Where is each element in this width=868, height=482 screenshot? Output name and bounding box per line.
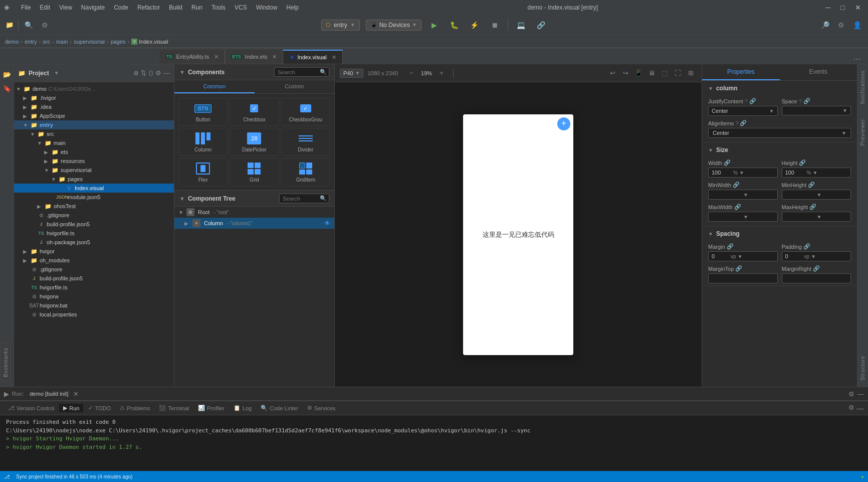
- tree-arrow-supervisorial[interactable]: ▼: [44, 168, 51, 173]
- breadcrumb-main[interactable]: main: [56, 39, 68, 45]
- bottom-close-icon[interactable]: —: [856, 404, 864, 412]
- margin-right-input[interactable]: [785, 275, 815, 281]
- tree-ets[interactable]: ▶ 📁 ets: [14, 147, 174, 156]
- tab-log[interactable]: 📋 Log: [230, 404, 256, 412]
- project-settings-icon[interactable]: ⚙: [155, 69, 161, 77]
- max-width-dropdown-icon[interactable]: ▼: [743, 214, 748, 220]
- min-width-dropdown-icon[interactable]: ▼: [743, 192, 748, 198]
- tab-version-control[interactable]: ⎇ Version Control: [4, 404, 58, 412]
- tab-close-visual[interactable]: ✕: [332, 54, 336, 61]
- props-column-header[interactable]: ▼ column: [702, 81, 857, 96]
- tree-entry[interactable]: ▼ 📁 entry: [14, 120, 174, 129]
- settings-icon[interactable]: ⚙: [834, 18, 848, 32]
- tree-resources[interactable]: ▶ 📁 resources: [14, 156, 174, 166]
- tree-oh-modules[interactable]: ▶ 📁 oh_modules: [14, 256, 174, 265]
- comp-grid[interactable]: Grid: [230, 158, 279, 186]
- padding-input[interactable]: [785, 253, 803, 259]
- tree-hvigor[interactable]: ▶ 📁 .hvigor: [14, 93, 174, 102]
- tab-todo[interactable]: ✓ TODO: [84, 404, 115, 412]
- tree-hvigorfile-root[interactable]: TS hvigorfile.ts: [14, 283, 174, 292]
- props-spacing-header[interactable]: ▼ Spacing: [702, 226, 857, 241]
- tree-node-column-eye-icon[interactable]: 👁: [324, 220, 330, 227]
- breadcrumb-entry[interactable]: entry: [25, 39, 37, 45]
- tree-arrow-ets[interactable]: ▶: [44, 149, 51, 155]
- run-close-panel-icon[interactable]: —: [857, 390, 864, 398]
- device-selector[interactable]: P40 ▼: [340, 69, 363, 78]
- comp-checkbox[interactable]: ✓ Checkbox: [230, 98, 279, 126]
- tree-idea[interactable]: ▶ 📁 .idea: [14, 102, 174, 111]
- project-collapse-icon[interactable]: ⟨⟩: [148, 69, 153, 77]
- multi-device-icon[interactable]: 🖥: [645, 67, 658, 79]
- height-input[interactable]: [785, 170, 805, 176]
- search-everywhere-icon[interactable]: 🔎: [818, 18, 832, 32]
- run-settings-icon[interactable]: ⚙: [848, 390, 854, 398]
- toolbar-search-icon[interactable]: 🔍: [22, 18, 36, 32]
- project-add-icon[interactable]: ⊕: [133, 69, 139, 77]
- project-toggle-icon[interactable]: 📁: [4, 20, 15, 31]
- tab-profiler[interactable]: 📊 Profiler: [194, 404, 229, 412]
- menu-run[interactable]: Run: [187, 3, 206, 12]
- tree-arrow-oh-modules[interactable]: ▶: [23, 258, 30, 263]
- tree-arrow-appscope[interactable]: ▶: [23, 113, 30, 119]
- tree-arrow-idea[interactable]: ▶: [23, 104, 30, 110]
- space-help-icon[interactable]: ?: [799, 98, 802, 104]
- tree-pages[interactable]: ▼ 📁 pages: [14, 175, 174, 184]
- justify-content-dropdown[interactable]: Center ▼: [708, 106, 778, 116]
- more-tabs-icon[interactable]: ⋯: [850, 54, 864, 64]
- tree-appscope[interactable]: ▶ 📁 AppScope: [14, 111, 174, 120]
- width-link-icon[interactable]: 🔗: [724, 159, 731, 166]
- tree-arrow-resources[interactable]: ▶: [44, 158, 51, 164]
- tree-oh-package[interactable]: J oh-package.json5: [14, 238, 174, 247]
- tree-hvigor-root[interactable]: ▶ 📁 hvigor: [14, 247, 174, 256]
- zoom-out-btn[interactable]: −: [406, 68, 417, 79]
- grid-view-icon[interactable]: ⊞: [685, 67, 697, 79]
- tree-src[interactable]: ▼ 📁 src: [14, 129, 174, 138]
- tab-custom[interactable]: Custom: [255, 80, 335, 93]
- tab-events[interactable]: Events: [780, 64, 857, 80]
- tree-supervisorial[interactable]: ▼ 📁 supervisorial: [14, 166, 174, 175]
- components-search-input[interactable]: [278, 69, 318, 75]
- tree-gitignore-entry[interactable]: ⚙ .gitignore: [14, 211, 174, 220]
- height-unit-arrow-icon[interactable]: ▼: [812, 170, 817, 176]
- menu-code[interactable]: Code: [110, 3, 132, 12]
- add-component-btn[interactable]: +: [557, 117, 570, 130]
- tree-arrow-ohostest[interactable]: ▶: [37, 204, 44, 209]
- menu-vcs[interactable]: VCS: [231, 3, 251, 12]
- tree-hvigorfile-entry[interactable]: TS hvigorfile.ts: [14, 229, 174, 238]
- sidebar-project-icon[interactable]: 📂: [1, 68, 13, 80]
- project-sort-icon[interactable]: ⇅: [141, 69, 146, 77]
- tab-close-ets[interactable]: ✕: [272, 54, 277, 60]
- breadcrumb-src[interactable]: src: [43, 39, 50, 45]
- menu-view[interactable]: View: [55, 3, 76, 12]
- expand-icon[interactable]: ⬚: [659, 67, 671, 79]
- comp-flex[interactable]: Flex: [178, 158, 228, 186]
- max-height-dropdown-icon[interactable]: ▼: [817, 214, 822, 220]
- tree-build-profile-root[interactable]: J build-profile.json5: [14, 274, 174, 283]
- account-icon[interactable]: 👤: [850, 18, 864, 32]
- width-unit-arrow-icon[interactable]: ▼: [739, 170, 744, 176]
- padding-link-icon[interactable]: 🔗: [803, 243, 810, 250]
- comp-datepicker[interactable]: 28 DatePicker: [230, 128, 279, 156]
- comp-divider[interactable]: Divider: [281, 128, 330, 156]
- props-size-header[interactable]: ▼ Size: [702, 142, 857, 157]
- tab-index-ets[interactable]: ETS Index.ets ✕: [225, 50, 283, 64]
- menu-edit[interactable]: Edit: [36, 3, 54, 12]
- margin-input[interactable]: [712, 253, 729, 259]
- margin-unit-arrow-icon[interactable]: ▼: [738, 254, 743, 259]
- minimize-btn[interactable]: ─: [823, 4, 834, 12]
- tree-arrow-hvigor[interactable]: ▶: [23, 95, 30, 101]
- debug-button[interactable]: 🐛: [448, 18, 462, 32]
- tree-node-root[interactable]: ▼ ⊞ Root - "root": [174, 207, 334, 218]
- height-link-icon[interactable]: 🔗: [799, 159, 806, 166]
- device-manager-icon[interactable]: 💻: [514, 18, 528, 32]
- menu-refactor[interactable]: Refactor: [133, 3, 164, 12]
- notifications-tab[interactable]: Notifications: [860, 70, 865, 104]
- redo-icon[interactable]: ↪: [619, 67, 631, 79]
- zoom-in-btn[interactable]: +: [436, 68, 447, 79]
- tab-close-entry[interactable]: ✕: [214, 54, 219, 60]
- comp-checkboxgroup[interactable]: ✓ CheckboxGrou: [281, 98, 330, 126]
- justify-link-icon[interactable]: 🔗: [749, 98, 756, 104]
- menu-build[interactable]: Build: [165, 3, 186, 12]
- min-height-input[interactable]: [785, 192, 815, 198]
- min-width-link-icon[interactable]: 🔗: [733, 182, 740, 188]
